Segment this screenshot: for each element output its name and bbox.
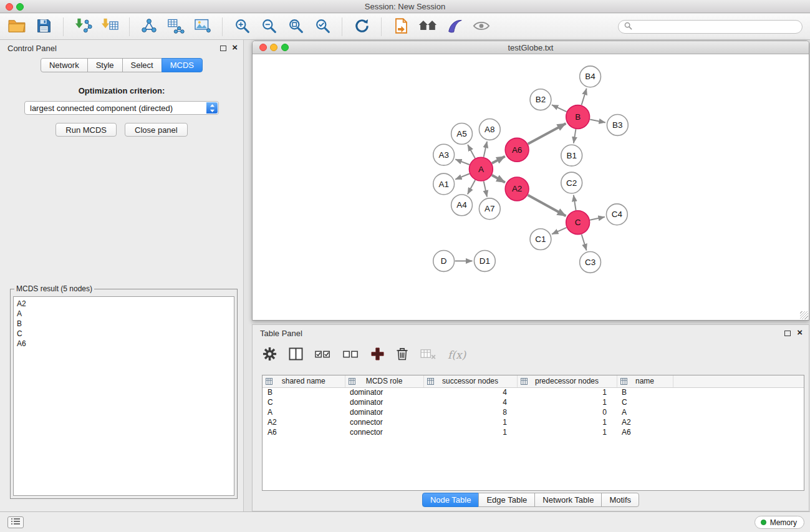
- deselect-all-button[interactable]: [343, 346, 359, 364]
- graph-node-A7[interactable]: A7: [479, 198, 500, 220]
- new-network-table-button[interactable]: [165, 16, 186, 37]
- column-header-predecessor-nodes[interactable]: predecessor nodes: [517, 375, 617, 387]
- float-panel-icon[interactable]: [784, 331, 791, 336]
- graph-node-C2[interactable]: C2: [561, 172, 582, 193]
- table-cell[interactable]: 1: [517, 387, 617, 397]
- table-cell[interactable]: 0: [517, 407, 617, 417]
- graph-edge[interactable]: [582, 235, 587, 251]
- table-cell[interactable]: connector: [345, 427, 423, 437]
- zoom-in-button[interactable]: [231, 16, 253, 37]
- table-cell[interactable]: A: [263, 407, 345, 417]
- table-cell[interactable]: 1: [517, 417, 617, 427]
- graph-edge[interactable]: [582, 89, 587, 105]
- graph-node-A[interactable]: A: [469, 157, 493, 181]
- table-cell[interactable]: B: [617, 387, 673, 397]
- column-header-name[interactable]: name: [617, 375, 673, 387]
- float-panel-icon[interactable]: [220, 46, 226, 51]
- graph-edge[interactable]: [590, 217, 605, 220]
- delete-table-button[interactable]: [420, 346, 436, 364]
- graph-node-B1[interactable]: B1: [561, 145, 582, 166]
- column-header-shared-name[interactable]: shared name: [263, 375, 345, 387]
- tab-style[interactable]: Style: [87, 58, 123, 72]
- apply-layout-button[interactable]: [390, 16, 412, 37]
- new-network-button[interactable]: [138, 16, 160, 37]
- graph-node-B4[interactable]: B4: [580, 66, 601, 87]
- network-minimize-button[interactable]: [270, 44, 277, 51]
- mcds-result-item[interactable]: A: [17, 309, 231, 319]
- network-window-titlebar[interactable]: testGlobe.txt: [253, 41, 809, 54]
- graph-edge[interactable]: [484, 181, 487, 197]
- table-row[interactable]: Adominator80A: [263, 407, 804, 417]
- style-button[interactable]: [444, 16, 465, 37]
- table-cell[interactable]: dominator: [345, 407, 423, 417]
- graph-edge[interactable]: [552, 228, 566, 235]
- table-cell[interactable]: 4: [423, 397, 517, 407]
- show-columns-button[interactable]: [289, 346, 303, 364]
- table-cell[interactable]: C: [617, 397, 673, 407]
- network-close-button[interactable]: [259, 44, 267, 51]
- close-panel-icon[interactable]: ×: [797, 327, 803, 338]
- graph-edge[interactable]: [468, 145, 475, 158]
- table-settings-button[interactable]: [263, 346, 277, 364]
- close-panel-icon[interactable]: ×: [232, 42, 238, 53]
- mcds-result-item[interactable]: B: [17, 319, 231, 329]
- graph-node-A8[interactable]: A8: [479, 119, 500, 140]
- open-session-button[interactable]: [6, 16, 27, 37]
- graph-node-C1[interactable]: C1: [530, 229, 551, 250]
- table-cell[interactable]: A6: [263, 427, 345, 437]
- table-cell[interactable]: A: [617, 407, 673, 417]
- network-canvas[interactable]: B4B2BB3A5A8A6A3AB1A1A2C2A4A7C4CC1DD1C3: [253, 55, 809, 320]
- graph-node-A4[interactable]: A4: [451, 195, 473, 216]
- table-cell[interactable]: 1: [423, 417, 517, 427]
- import-table-button[interactable]: [99, 16, 120, 37]
- graph-edge[interactable]: [468, 180, 475, 195]
- table-cell[interactable]: 1: [423, 427, 517, 437]
- select-all-button[interactable]: [315, 346, 331, 364]
- save-session-button[interactable]: [33, 16, 54, 37]
- table-row[interactable]: A2connector11A2: [263, 417, 804, 427]
- table-cell[interactable]: 4: [423, 387, 517, 397]
- table-cell[interactable]: 1: [517, 427, 617, 437]
- table-row[interactable]: A6connector11A6: [263, 427, 804, 437]
- graph-edge[interactable]: [492, 175, 505, 183]
- function-builder-button[interactable]: f(x): [448, 346, 466, 364]
- graph-node-A2[interactable]: A2: [505, 177, 529, 201]
- tab-node-table[interactable]: Node Table: [422, 493, 480, 507]
- mcds-result-item[interactable]: A2: [17, 299, 231, 309]
- close-window-button[interactable]: [6, 3, 13, 11]
- tab-motifs[interactable]: Motifs: [601, 493, 639, 507]
- criterion-dropdown[interactable]: largest connected component (directed): [24, 101, 219, 115]
- table-cell[interactable]: A2: [263, 417, 345, 427]
- graph-node-C4[interactable]: C4: [606, 204, 627, 225]
- graph-node-C[interactable]: C: [566, 211, 590, 235]
- home-button[interactable]: [417, 16, 438, 37]
- table-cell[interactable]: A6: [617, 427, 673, 437]
- tab-select[interactable]: Select: [122, 58, 162, 72]
- graph-node-A6[interactable]: A6: [505, 138, 529, 162]
- zoom-out-button[interactable]: [258, 16, 279, 37]
- mcds-result-item[interactable]: C: [17, 329, 231, 339]
- graph-node-B3[interactable]: B3: [607, 115, 628, 136]
- memory-button[interactable]: Memory: [755, 516, 804, 529]
- column-header-successor-nodes[interactable]: successor nodes: [423, 375, 517, 387]
- graph-edge[interactable]: [552, 105, 567, 112]
- graph-edge[interactable]: [492, 157, 505, 163]
- table-cell[interactable]: connector: [345, 417, 423, 427]
- network-zoom-button[interactable]: [281, 44, 289, 51]
- table-cell[interactable]: 8: [423, 407, 517, 417]
- tab-network-table[interactable]: Network Table: [534, 493, 602, 507]
- graph-node-A1[interactable]: A1: [433, 173, 455, 195]
- graph-edge[interactable]: [484, 142, 487, 157]
- graph-edge[interactable]: [574, 195, 576, 210]
- graph-edge[interactable]: [574, 129, 576, 143]
- show-hide-button[interactable]: [471, 16, 492, 37]
- delete-column-button[interactable]: [396, 346, 408, 364]
- graph-node-B[interactable]: B: [566, 105, 590, 129]
- graph-edge[interactable]: [455, 174, 470, 180]
- graph-node-A5[interactable]: A5: [451, 123, 473, 144]
- zoom-window-button[interactable]: [16, 3, 24, 11]
- graph-node-A3[interactable]: A3: [433, 144, 455, 165]
- table-cell[interactable]: A2: [617, 417, 673, 427]
- tab-mcds[interactable]: MCDS: [162, 58, 203, 72]
- export-image-button[interactable]: [192, 16, 213, 37]
